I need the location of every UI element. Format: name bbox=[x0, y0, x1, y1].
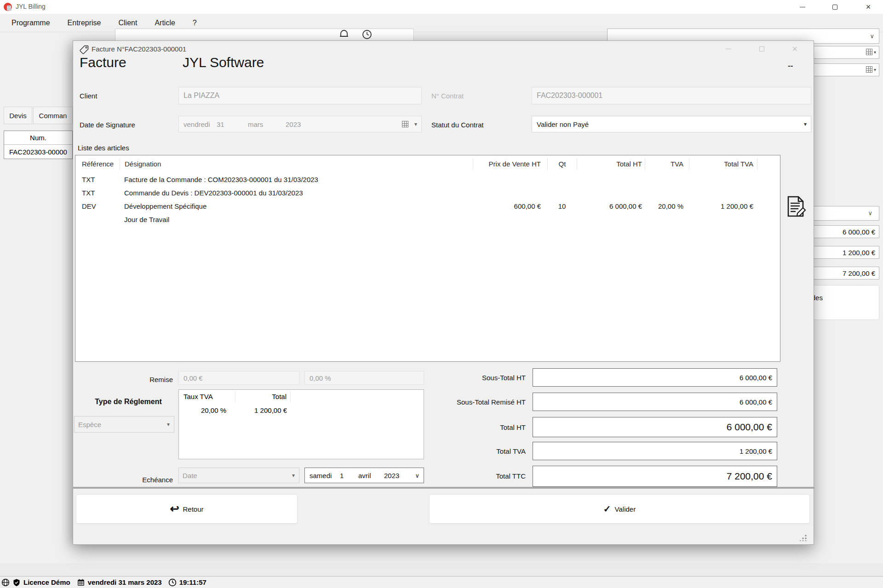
dialog-maximize-button[interactable] bbox=[752, 41, 771, 57]
column-header-total-ht[interactable]: Total HT bbox=[577, 158, 645, 170]
date-part-weekday: vendredi bbox=[183, 120, 217, 128]
dropdown-arrow-icon: ▾ bbox=[874, 67, 876, 72]
check-icon: ✓ bbox=[603, 504, 611, 514]
divider bbox=[73, 487, 814, 489]
clock-icon[interactable] bbox=[361, 29, 373, 40]
column-header-price[interactable]: Prix de Vente HT bbox=[473, 158, 547, 170]
resize-grip[interactable] bbox=[800, 534, 807, 541]
calendar-grid-icon bbox=[402, 121, 408, 129]
dropdown-arrow-icon: ▾ bbox=[804, 121, 807, 127]
undo-icon: ↩ bbox=[170, 503, 179, 514]
cell-designation: Commande du Devis : DEV202303-000001 du … bbox=[120, 189, 473, 197]
due-date-label: Echéance bbox=[73, 476, 173, 484]
date-part-day: 31 bbox=[217, 120, 248, 128]
dialog-minimize-button[interactable] bbox=[719, 41, 738, 57]
contract-status-value: Valider non Payé bbox=[537, 120, 589, 128]
dropdown-arrow-icon: ▾ bbox=[292, 472, 295, 479]
total-ht-label: Total HT bbox=[358, 423, 526, 431]
payment-type-label: Type de Réglement bbox=[82, 398, 174, 406]
contract-status-combobox[interactable]: Valider non Payé ▾ bbox=[532, 116, 811, 132]
page-title: Facture bbox=[80, 55, 126, 70]
menu-client[interactable]: Client bbox=[119, 19, 138, 27]
signature-date-picker[interactable]: vendredi 31 mars 2023 ▾ bbox=[178, 116, 422, 132]
column-header-designation[interactable]: Désignation bbox=[120, 158, 473, 170]
maximize-icon bbox=[759, 46, 764, 51]
subtotal-ht-field[interactable]: 6 000,00 € bbox=[533, 368, 777, 387]
menu-entreprise[interactable]: Entreprise bbox=[68, 19, 101, 27]
cell-reference: TXT bbox=[75, 189, 120, 197]
column-header-total[interactable]: Total bbox=[235, 391, 291, 402]
tab-devis[interactable]: Devis bbox=[4, 107, 32, 124]
cell-taux-tva: 20,00 % bbox=[179, 406, 235, 414]
app-title: JYL Billing bbox=[16, 3, 46, 10]
status-time: 19:11:57 bbox=[179, 578, 206, 586]
calendar-icon bbox=[77, 578, 85, 587]
status-date: vendredi 31 mars 2023 bbox=[88, 578, 162, 586]
cell-total-tva: 1 200,00 € bbox=[689, 202, 757, 210]
column-header-taux-tva[interactable]: Taux TVA bbox=[179, 391, 235, 402]
cell-tva: 20,00 % bbox=[645, 202, 689, 210]
tab-commandes[interactable]: Comman bbox=[33, 107, 73, 124]
client-field[interactable]: La PIAZZA bbox=[178, 87, 422, 104]
column-header-qty[interactable]: Qt bbox=[547, 158, 577, 170]
due-mode-combobox[interactable]: Date ▾ bbox=[178, 468, 299, 483]
calendar-grid-icon bbox=[866, 49, 872, 55]
due-mode-value: Date bbox=[183, 472, 197, 480]
column-header-tva[interactable]: TVA bbox=[645, 158, 689, 170]
contract-number-label: N° Contrat bbox=[431, 92, 464, 100]
validate-button[interactable]: ✓ Valider bbox=[429, 494, 810, 524]
menu-programme[interactable]: Programme bbox=[11, 19, 50, 27]
table-row[interactable]: Jour de Travail bbox=[75, 213, 780, 226]
licence-label: Licence Démo bbox=[23, 578, 70, 586]
cell-reference: DEV bbox=[75, 202, 120, 210]
globe-icon bbox=[1, 578, 10, 587]
column-header-num[interactable]: Num. bbox=[4, 131, 72, 145]
total-ttc-field[interactable]: 7 200,00 € bbox=[533, 466, 777, 487]
articles-table-header: Référence Désignation Prix de Vente HT Q… bbox=[75, 155, 780, 173]
contract-number-field[interactable]: FAC202303-000001 bbox=[532, 87, 811, 104]
bell-icon[interactable] bbox=[338, 29, 350, 40]
window-minimize-button[interactable] bbox=[789, 0, 816, 14]
column-header-reference[interactable]: Référence bbox=[75, 158, 120, 170]
total-tva-label: Total TVA bbox=[358, 447, 526, 455]
dropdown-arrow-icon: ▾ bbox=[414, 121, 417, 127]
chevron-down-icon: ∨ bbox=[868, 210, 872, 217]
menu-help[interactable]: ? bbox=[193, 19, 197, 27]
tag-icon bbox=[79, 45, 89, 55]
discount-label: Remise bbox=[73, 376, 173, 383]
status-bar: Licence Démo vendredi 31 mars 2023 19:11… bbox=[0, 576, 883, 588]
close-icon: × bbox=[866, 3, 871, 11]
cell-total: 1 200,00 € bbox=[235, 406, 291, 414]
menu-article[interactable]: Article bbox=[155, 19, 175, 27]
column-header-total-tva[interactable]: Total TVA bbox=[689, 158, 757, 170]
back-button-label: Retour bbox=[183, 505, 204, 513]
dialog-close-button[interactable]: × bbox=[785, 41, 804, 57]
client-label: Client bbox=[80, 92, 97, 100]
table-row[interactable]: TXT Commande du Devis : DEV202303-000001… bbox=[75, 186, 780, 200]
table-row[interactable]: DEV Développement Spécifique 600,00 € 10… bbox=[75, 200, 780, 213]
date-part-month: mars bbox=[248, 120, 286, 128]
edit-document-icon[interactable] bbox=[785, 195, 808, 220]
background-invoice-list: Num. FAC202303-00000 bbox=[4, 131, 73, 159]
list-item[interactable]: FAC202303-00000 bbox=[4, 145, 72, 159]
window-maximize-button[interactable] bbox=[821, 0, 849, 14]
date-part-weekday: samedi bbox=[310, 472, 340, 480]
window-close-button[interactable]: × bbox=[854, 0, 882, 14]
articles-group-label: Liste des articles bbox=[78, 144, 129, 152]
cell-designation: Développement Spécifique bbox=[120, 202, 473, 210]
payment-type-combobox[interactable]: Espèce ▾ bbox=[74, 416, 174, 433]
cell-reference: TXT bbox=[75, 176, 120, 183]
subtotal-remise-ht-label: Sous-Total Remisé HT bbox=[358, 398, 526, 406]
main-title-bar: JYL Billing × bbox=[0, 0, 883, 14]
subtotal-remise-ht-field[interactable]: 6 000,00 € bbox=[533, 393, 777, 411]
total-ht-field[interactable]: 6 000,00 € bbox=[533, 417, 777, 437]
discount-amount-field[interactable]: 0,00 € bbox=[178, 371, 299, 385]
table-row[interactable]: TXT Facture de la Commande : COM202303-0… bbox=[75, 173, 780, 186]
total-tva-field[interactable]: 1 200,00 € bbox=[533, 442, 777, 460]
invoice-dialog: Facture N°FAC202303-000001 × Facture JYL… bbox=[73, 40, 814, 545]
contract-status-label: Statut du Contrat bbox=[431, 121, 483, 129]
date-part-day: 1 bbox=[340, 472, 358, 480]
cell-price: 600,00 € bbox=[473, 202, 547, 210]
application-window: JYL Billing × Programme Entreprise Clien… bbox=[0, 0, 883, 588]
back-button[interactable]: ↩ Retour bbox=[76, 494, 298, 524]
